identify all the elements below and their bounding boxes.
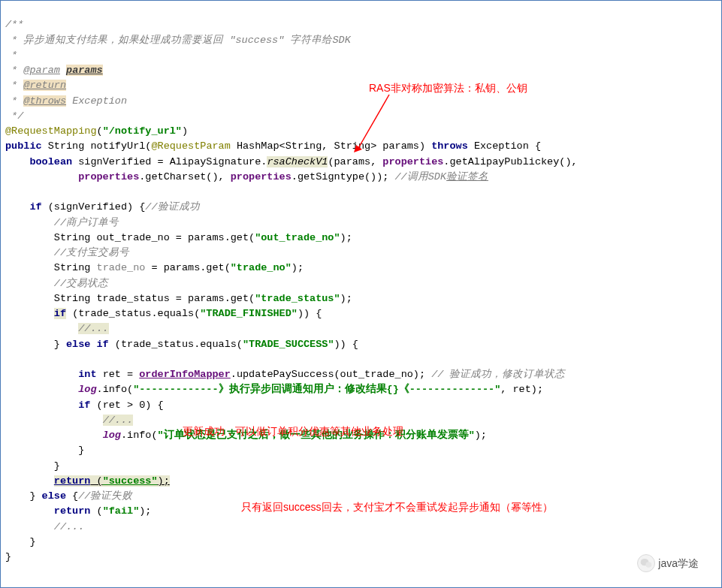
update-method: .updatePaySuccess(out_trade_no); [231,369,425,380]
trade-no-var: trade_no [97,262,146,273]
kw-int: int [78,369,96,380]
verify-success-comment: //验证成功 [145,201,199,213]
alipay-signature: AlipaySignature [170,156,261,167]
trade-status-eq-1: (trade_status.equals( [72,308,200,319]
kw-return-2: return [54,505,91,517]
annotation-rsa-note: RAS非对称加密算法：私钥、公钥 [369,80,527,96]
get-signtype: .getSigntype()); [292,171,389,182]
doc-line2: 异步通知支付结果，如果处理成功需要返回 "success" 字符串给SDK [23,35,350,46]
kw-return-1: return [54,475,91,487]
return-type: String [48,140,85,152]
doc-tag-throws: @throws [23,95,66,107]
log-args-1: , ret); [500,384,543,395]
doc-close: */ [5,110,23,122]
order-info-mapper: orderInfoMapper [139,369,231,380]
success-str: "success" [103,475,158,487]
annotation-requestmapping: @RequestMapping [5,125,97,137]
verify-comment: //调用SDK [395,171,447,182]
log-info-2: .info( [121,430,158,441]
out-trade-no-str: "out_trade_no" [255,232,340,243]
kw-boolean: boolean [29,156,72,167]
trade-status-str: "trade_status" [255,293,340,304]
get-charset: .getCharset(), [139,171,231,182]
method-name: notifyUrl [90,140,145,152]
param-type: HashMap<String, String> [237,140,376,152]
annotation-update-note: 更新成功，可以做订单积分优惠等其他业务处理 [183,424,403,439]
doc-line2-prefix: * [5,35,23,46]
properties-3: properties [231,171,292,182]
trade-no-rest: = params.get( [145,262,230,273]
ret-var: ret [103,369,121,380]
watermark-text: java学途 [658,556,699,571]
log-1: log [78,384,96,395]
merchant-order-comment: //商户订单号 [54,217,119,228]
kw-throws: throws [431,140,468,152]
watermark: java学途 [637,554,699,572]
wechat-icon [637,554,655,572]
properties-2: properties [78,171,139,182]
svg-point-3 [646,562,652,567]
get-publickey: .getAlipayPublickey(), [443,156,577,167]
trade-status-comment: //交易状态 [54,278,108,289]
rsa-args1: (params, [328,156,382,167]
kw-elseif: else if [66,339,109,350]
log-str-1: "-------------》执行异步回调通知用户：修改结果{}《-------… [133,384,500,395]
trade-no-decl: String [54,262,97,273]
ellipsis-1: //... [78,323,109,334]
kw-if-1: if [29,201,41,213]
param-name: params [382,140,419,152]
trade-success-str: "TRADE_SUCCESS" [243,339,334,350]
doc-throws-type: Exception [72,95,127,107]
ellipsis-2: //... [103,415,134,426]
kw-else: else [42,490,66,502]
annotation-requestparam: @RequestParam [151,140,230,152]
fail-str: "fail" [103,505,140,517]
var-signverified: signVerified [78,156,151,167]
out-trade-no-decl: String out_trade_no = params.get( [54,232,255,243]
trade-status-decl: String trade_status = params.get( [54,293,255,304]
doc-line6-prefix: * [5,95,23,107]
rsa-method: rsaCheckV1 [267,156,328,167]
code-viewer: /** * 异步通知支付结果，如果处理成功需要返回 "success" 字符串给… [1,1,721,566]
exception-type: Exception [474,140,529,152]
update-comment: // 验证成功，修改订单状态 [431,369,565,380]
doc-open: /** [5,19,23,30]
trade-status-eq-2: (trade_status.equals( [115,339,243,350]
mapping-path: "/notify_url" [103,125,182,137]
kw-if-2: if [54,308,66,319]
doc-param-name: params [66,65,103,76]
kw-public: public [5,140,42,152]
doc-tag-return: @return [23,80,66,91]
kw-if-3: if [78,400,90,411]
if-ret: (ret > 0) { [97,400,164,411]
properties-1: properties [382,156,443,167]
trade-finished-str: "TRADE_FINISHED" [200,308,298,319]
ellipsis-3: //... [54,521,85,532]
doc-tag-param: @param [23,65,60,76]
doc-line4-prefix: * [5,65,23,76]
log-2: log [103,430,121,441]
annotation-success-note: 只有返回success回去，支付宝才不会重试发起异步通知（幂等性） [241,499,553,515]
log-info-1: .info( [97,384,134,395]
alipay-trade-no-comment: //支付宝交易号 [54,247,129,258]
trade-no-str: "trade_no" [231,262,292,273]
doc-line5-prefix: * [5,80,23,91]
verify-comment-u: 验证签名 [446,171,488,182]
doc-line3: * [5,50,17,61]
verify-fail-comment: //验证失败 [78,490,132,502]
